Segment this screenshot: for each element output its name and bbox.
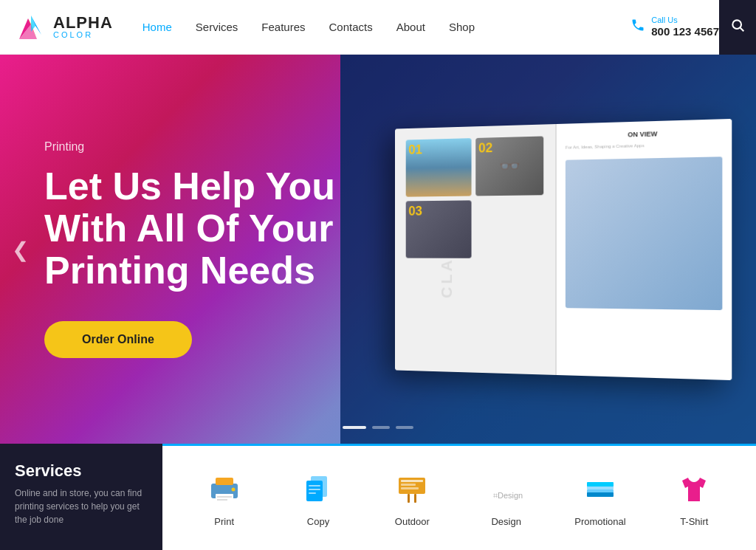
service-print-label: Print [214, 516, 234, 527]
svg-rect-21 [401, 487, 419, 489]
print-icon [204, 469, 245, 510]
svg-line-6 [740, 28, 744, 32]
svg-rect-10 [217, 496, 232, 498]
svg-rect-15 [309, 485, 320, 487]
svg-rect-28 [587, 492, 614, 497]
service-copy[interactable]: Copy [289, 469, 348, 527]
service-promotion-label: Promotional [574, 516, 625, 527]
call-us: Call Us 800 123 4567 [630, 16, 719, 38]
copy-icon [298, 469, 339, 510]
book-mockup: CLAP INC 01 👓 02 03 [395, 118, 732, 379]
search-icon [730, 18, 745, 36]
svg-rect-16 [309, 489, 320, 490]
call-info: Call Us 800 123 4567 [651, 16, 719, 38]
hero-prev-arrow[interactable]: ❮ [12, 237, 29, 261]
header-right: Call Us 800 123 4567 [630, 16, 719, 38]
design-icon: ⌗Design [486, 469, 527, 510]
svg-text:⌗Design: ⌗Design [493, 491, 523, 500]
book-left-page: CLAP INC 01 👓 02 03 [395, 124, 557, 375]
services-panel: Services Online and in store, you can fi… [0, 444, 162, 550]
call-label: Call Us [651, 16, 719, 25]
service-tshirt[interactable]: T-Shirt [664, 469, 724, 527]
nav-services[interactable]: Services [196, 21, 238, 33]
logo-text: ALPHA COLOR [53, 15, 113, 39]
svg-rect-14 [306, 481, 323, 501]
svg-rect-9 [216, 494, 233, 503]
phone-icon [630, 18, 645, 36]
nav-shop[interactable]: Shop [449, 21, 475, 33]
hero-subtitle: Printing [44, 140, 371, 154]
svg-rect-17 [309, 492, 316, 494]
dot-2[interactable] [372, 426, 390, 429]
dot-1[interactable] [343, 426, 366, 429]
book-grid: 01 👓 02 03 [406, 136, 544, 258]
svg-point-5 [732, 20, 741, 29]
hero-content: Printing Let Us Help You With All Of You… [0, 55, 416, 444]
svg-rect-27 [587, 482, 614, 487]
hero-title: Let Us Help You With All Of Your Printin… [44, 165, 371, 292]
hero-dots [343, 426, 413, 429]
svg-rect-11 [217, 499, 227, 501]
service-print[interactable]: Print [195, 469, 254, 527]
header: ALPHA COLOR Home Services Features Conta… [0, 0, 756, 55]
services-bar: Services Online and in store, you can fi… [0, 444, 756, 550]
promotion-icon [580, 469, 621, 510]
search-area[interactable] [719, 0, 756, 55]
logo-tagline: COLOR [53, 31, 113, 39]
service-copy-label: Copy [307, 516, 329, 527]
tshirt-icon [673, 469, 715, 510]
service-promotion[interactable]: Promotional [571, 469, 630, 527]
service-design-label: Design [491, 516, 520, 527]
main-nav: Home Services Features Contacts About Sh… [142, 21, 630, 33]
nav-features[interactable]: Features [261, 21, 305, 33]
service-outdoor[interactable]: Outdoor [382, 469, 441, 527]
book-right-page: ON VIEW For Art, Ideas, Shaping a Creati… [557, 118, 732, 379]
svg-rect-19 [401, 480, 423, 482]
book-image-2: 👓 02 [475, 136, 543, 196]
book-right-image [566, 157, 722, 310]
nav-about[interactable]: About [396, 21, 425, 33]
svg-rect-20 [401, 484, 416, 486]
call-number: 800 123 4567 [651, 25, 719, 38]
logo-name: ALPHA [53, 15, 113, 31]
logo-icon [15, 11, 47, 44]
dot-3[interactable] [396, 426, 413, 429]
svg-rect-23 [414, 494, 416, 503]
hero-section: ❮ Printing Let Us Help You With All Of Y… [0, 55, 756, 444]
outdoor-icon [391, 469, 433, 510]
service-tshirt-label: T-Shirt [680, 516, 708, 527]
services-title: Services [15, 461, 148, 481]
services-description: Online and in store, you can find printi… [15, 487, 148, 526]
nav-home[interactable]: Home [142, 21, 172, 33]
svg-rect-8 [216, 478, 233, 485]
service-design[interactable]: ⌗Design Design [477, 469, 536, 527]
service-outdoor-label: Outdoor [395, 516, 430, 527]
order-online-button[interactable]: Order Online [44, 321, 192, 358]
svg-rect-22 [408, 494, 410, 503]
svg-point-12 [231, 488, 235, 492]
nav-contacts[interactable]: Contacts [329, 21, 373, 33]
logo[interactable]: ALPHA COLOR [15, 11, 113, 44]
services-icons: Print Copy [162, 444, 756, 550]
